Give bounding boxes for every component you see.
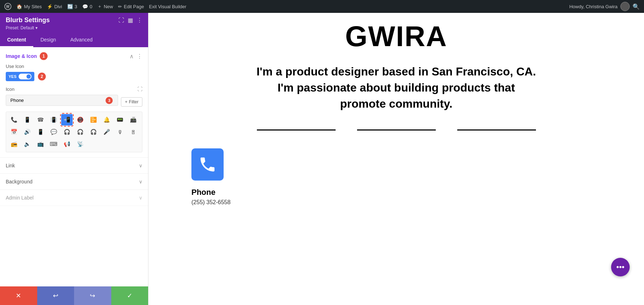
more-icon[interactable]: ⋮ — [137, 17, 142, 24]
icon-smartphone[interactable]: 📱 — [35, 126, 46, 138]
icon-mic-3[interactable]: 🎚 — [127, 126, 139, 138]
icon-field-label: Icon — [6, 87, 15, 92]
icon-speaker-small[interactable]: 🔈 — [21, 138, 33, 150]
panel-header: Blurb Settings ⛶ ▦ ⋮ Preset: Default ▾ — [0, 13, 148, 33]
bottom-bar: ✕ ↩ ↪ ✓ — [0, 286, 148, 305]
divi-icon: ⚡ — [47, 4, 53, 9]
user-avatar[interactable] — [620, 2, 630, 11]
search-icon[interactable]: 🔍 — [633, 3, 640, 10]
left-panel: Blurb Settings ⛶ ▦ ⋮ Preset: Default ▾ C… — [0, 13, 148, 305]
panel-header-icons: ⛶ ▦ ⋮ — [118, 17, 142, 24]
icon-mobile-phone[interactable]: 📱 — [21, 114, 33, 126]
icon-phone-book[interactable]: 📅 — [8, 126, 20, 138]
cancel-button[interactable]: ✕ — [0, 286, 37, 305]
icon-monitor[interactable]: 📺 — [35, 138, 46, 150]
undo-button[interactable]: ↩ — [37, 286, 74, 305]
section-controls: ∧ ⋮ — [130, 53, 142, 60]
icon-search-container: 3 — [6, 95, 118, 106]
save-checkmark-icon: ✓ — [127, 292, 132, 300]
pencil-icon: ✏ — [118, 4, 122, 9]
tab-design[interactable]: Design — [33, 33, 63, 47]
tab-advanced[interactable]: Advanced — [63, 33, 99, 47]
icon-phone-off[interactable]: 📴 — [88, 114, 99, 126]
edit-page-link[interactable]: ✏ Edit Page — [118, 4, 144, 9]
canvas-area: GWIRA I'm a product designer based in Sa… — [148, 13, 644, 305]
admin-bar-left: W 🏠 My Sites ⚡ Divi 🔄 3 💬 0 ＋ New ✏ Edit… — [4, 3, 186, 10]
comment-count-link[interactable]: 💬 0 — [82, 4, 92, 9]
divider-line-2 — [357, 129, 436, 131]
phone-icon-box — [191, 148, 224, 181]
section-options-icon[interactable]: ⋮ — [137, 53, 142, 60]
icon-phone-classic[interactable]: ☎ — [35, 114, 46, 126]
section-collapse-icon[interactable]: ∧ — [130, 53, 134, 60]
icon-phone-vibrate[interactable]: 📳 — [48, 114, 59, 126]
icon-headset-2[interactable]: 🎧 — [74, 126, 86, 138]
icon-phone-slash[interactable]: 📵 — [74, 114, 86, 126]
icon-pager[interactable]: 📟 — [114, 114, 126, 126]
icon-mic-1[interactable]: 🎤 — [101, 126, 112, 138]
section-title-row: Image & Icon 1 — [6, 52, 48, 60]
icon-mic-2[interactable]: 🎙 — [114, 126, 126, 138]
icon-expand-icon[interactable]: ⛶ — [137, 86, 142, 92]
undo-icon: ↩ — [53, 292, 58, 300]
panel-content: Image & Icon 1 ∧ ⋮ Use Icon YES 2 — [0, 47, 148, 286]
save-button[interactable]: ✓ — [111, 286, 148, 305]
new-link[interactable]: ＋ New — [97, 3, 113, 10]
phone-section-title: Phone — [191, 188, 215, 197]
exit-visual-builder-link[interactable]: Exit Visual Builder — [149, 4, 186, 9]
canvas-content: GWIRA I'm a product designer based in Sa… — [148, 13, 644, 227]
icon-phone-handset[interactable]: 📞 — [8, 114, 20, 126]
background-section-title: Background — [6, 179, 33, 185]
panel-title: Blurb Settings — [6, 16, 50, 24]
layout-icon[interactable]: ▦ — [128, 17, 133, 24]
toggle-slider — [19, 74, 31, 79]
icon-phone-ring[interactable]: 🔔 — [101, 114, 112, 126]
fab-dots-icon: ••• — [616, 262, 624, 272]
link-chevron-icon: ∨ — [139, 163, 142, 168]
preset-chevron-icon: ▾ — [35, 25, 38, 30]
main-layout: Blurb Settings ⛶ ▦ ⋮ Preset: Default ▾ C… — [0, 13, 644, 305]
icon-radio[interactable]: 📻 — [8, 138, 20, 150]
background-section[interactable]: Background ∨ — [0, 174, 148, 190]
toggle-yes-label: YES — [9, 74, 16, 79]
filter-button[interactable]: + Filter — [121, 97, 142, 107]
use-icon-toggle[interactable]: YES — [6, 72, 34, 81]
image-icon-section: Image & Icon 1 ∧ ⋮ Use Icon YES 2 — [0, 47, 148, 158]
icon-satellite[interactable]: 📡 — [74, 138, 86, 150]
comment-bubble-icon: 💬 — [82, 4, 88, 9]
icon-grid: 📞 📱 ☎ 📳 📲 📵 📴 🔔 📟 📠 📅 🔊 📱 💬 🎧 — [6, 112, 142, 152]
divi-link[interactable]: ⚡ Divi — [47, 4, 62, 9]
icon-search-input[interactable] — [9, 95, 106, 105]
expand-icon[interactable]: ⛶ — [118, 17, 124, 24]
icon-message-bubble[interactable]: 💬 — [48, 126, 59, 138]
comments-link[interactable]: 🔄 3 — [67, 4, 77, 9]
my-sites-link[interactable]: 🏠 My Sites — [16, 4, 42, 9]
icon-keyboard[interactable]: ⌨ — [48, 138, 59, 150]
panel-tabs: Content Design Advanced — [0, 33, 148, 47]
icon-speaker-loud[interactable]: 🔊 — [21, 126, 33, 138]
redo-button[interactable]: ↪ — [74, 286, 111, 305]
wp-logo-link[interactable]: W — [4, 3, 11, 10]
phone-blurb: Phone (255) 352-6558 — [170, 148, 623, 206]
link-section[interactable]: Link ∨ — [0, 158, 148, 174]
use-icon-label: Use Icon — [6, 64, 142, 69]
comments-icon: 🔄 — [67, 4, 73, 9]
site-title: GWIRA — [170, 13, 623, 64]
icon-fax[interactable]: 📠 — [127, 114, 139, 126]
plus-icon: ＋ — [97, 3, 102, 10]
phone-number: (255) 352-6558 — [191, 199, 230, 206]
search-badge-3: 3 — [106, 97, 113, 104]
icon-headset-3[interactable]: 🎧 — [88, 126, 99, 138]
toggle-row: YES 2 — [6, 72, 142, 81]
preset-label[interactable]: Preset: Default ▾ — [6, 25, 142, 30]
tab-content[interactable]: Content — [0, 33, 33, 47]
admin-bar: W 🏠 My Sites ⚡ Divi 🔄 3 💬 0 ＋ New ✏ Edit… — [0, 0, 644, 13]
floating-action-button[interactable]: ••• — [611, 258, 630, 276]
admin-bar-right: Howdy, Christina Gwira 🔍 — [569, 2, 640, 11]
admin-label-chevron-icon: ∨ — [139, 195, 142, 201]
divider-row — [170, 129, 623, 131]
icon-phone-arrow[interactable]: 📲 — [61, 114, 73, 126]
icon-loudspeaker[interactable]: 📢 — [61, 138, 73, 150]
admin-label-section[interactable]: Admin Label ∨ — [0, 190, 148, 206]
icon-headset-1[interactable]: 🎧 — [61, 126, 73, 138]
